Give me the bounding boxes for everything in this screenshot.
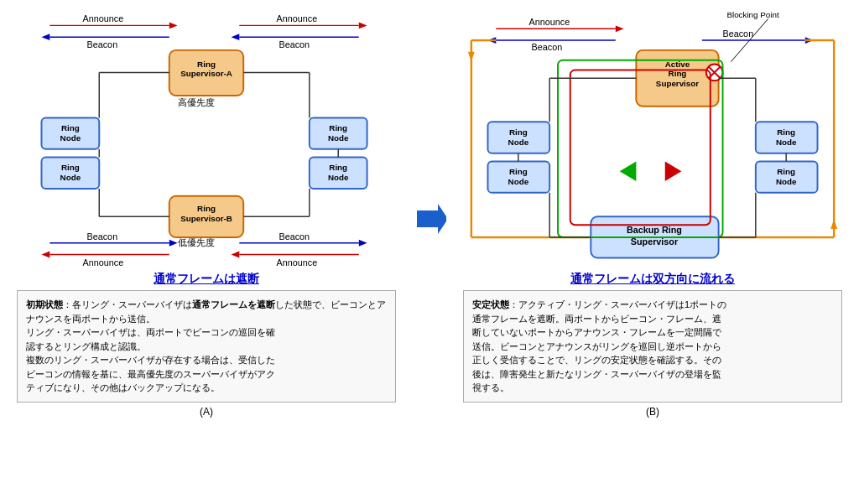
svg-marker-33	[41, 252, 49, 258]
svg-marker-54	[417, 204, 446, 234]
diagram-a-svg: Announce Announce Beacon Beacon Ring Sup…	[17, 8, 396, 268]
right-arrow-svg	[413, 202, 446, 236]
diagram-a-label: (A)	[200, 406, 213, 418]
diagram-a-desc: 初期状態：各リング・スーパーバイザは通常フレームを遮断した状態で、ビーコンとアナ…	[17, 290, 396, 403]
svg-marker-39	[359, 240, 367, 247]
diagram-b-label: (B)	[646, 406, 659, 418]
svg-text:Node: Node	[328, 133, 349, 143]
svg-text:Blocking Point: Blocking Point	[726, 10, 778, 19]
main-container: Announce Announce Beacon Beacon Ring Sup…	[0, 0, 859, 504]
svg-text:Node: Node	[328, 173, 349, 182]
between-arrow	[413, 8, 446, 496]
svg-marker-35	[231, 252, 239, 258]
svg-marker-5	[41, 34, 49, 40]
svg-text:Announce: Announce	[277, 257, 318, 268]
svg-marker-3	[359, 22, 367, 29]
diagram-a-desc-text2: した状態で、ビーコンとアナウンスを両ポートから送信。リング・スーパーバイザは、両…	[26, 299, 386, 392]
svg-text:Ring: Ring	[509, 167, 528, 176]
svg-text:Ring: Ring	[777, 127, 795, 137]
svg-text:Ring: Ring	[329, 163, 347, 172]
svg-text:Backup Ring: Backup Ring	[627, 225, 682, 235]
diagram-a-desc-bold2: 通常フレームを遮断	[192, 299, 275, 309]
diagram-b-title: 通常フレームは双方向に流れる	[570, 272, 735, 287]
svg-text:Ring: Ring	[197, 60, 216, 69]
diagram-b-section: Blocking Point Announce Beacon Beacon	[463, 8, 842, 496]
svg-text:Node: Node	[508, 177, 529, 186]
svg-marker-97	[620, 162, 637, 182]
svg-text:Beacon: Beacon	[87, 39, 118, 49]
diagrams-row: Announce Announce Beacon Beacon Ring Sup…	[17, 8, 842, 496]
svg-text:Announce: Announce	[83, 13, 124, 23]
svg-text:Node: Node	[508, 138, 529, 147]
diagram-b-desc-text: ：アクティブ・リング・スーパーバイザは1ポートの通常フレームを遮断。両ポートから…	[472, 299, 726, 392]
svg-marker-92	[468, 52, 475, 62]
svg-text:Supervisor-B: Supervisor-B	[180, 214, 232, 223]
svg-text:Ring: Ring	[61, 163, 80, 172]
svg-text:Announce: Announce	[83, 257, 124, 268]
svg-text:Node: Node	[776, 138, 797, 147]
diagram-b-canvas: Blocking Point Announce Beacon Beacon	[463, 8, 842, 268]
svg-marker-37	[169, 240, 178, 247]
diagram-b-desc-bold: 安定状態	[472, 299, 509, 309]
svg-text:Announce: Announce	[529, 17, 570, 27]
svg-marker-93	[830, 219, 837, 229]
diagram-b-desc: 安定状態：アクティブ・リング・スーパーバイザは1ポートの通常フレームを遮断。両ポ…	[463, 290, 842, 403]
diagram-b-svg: Blocking Point Announce Beacon Beacon	[463, 8, 842, 268]
svg-text:高優先度: 高優先度	[178, 97, 215, 107]
svg-text:Node: Node	[776, 177, 797, 186]
svg-text:Announce: Announce	[277, 13, 318, 23]
svg-marker-58	[616, 25, 624, 32]
svg-text:Node: Node	[60, 133, 81, 143]
svg-text:Beacon: Beacon	[279, 39, 310, 49]
svg-text:Ring: Ring	[197, 204, 216, 213]
svg-text:Node: Node	[60, 173, 81, 182]
diagram-a-desc-bold: 初期状態	[26, 299, 63, 309]
svg-text:Supervisor: Supervisor	[656, 79, 699, 88]
svg-text:Beacon: Beacon	[532, 42, 563, 52]
svg-marker-1	[169, 22, 178, 29]
diagram-a-section: Announce Announce Beacon Beacon Ring Sup…	[17, 8, 396, 496]
svg-text:Ring: Ring	[777, 167, 795, 176]
diagram-a-title: 通常フレームは遮断	[154, 272, 259, 287]
svg-text:Beacon: Beacon	[723, 29, 754, 39]
svg-text:Ring: Ring	[61, 123, 80, 132]
diagram-a-desc-text1: ：各リング・スーパーバイザは	[63, 299, 192, 309]
diagram-a-canvas: Announce Announce Beacon Beacon Ring Sup…	[17, 8, 396, 268]
svg-marker-7	[231, 34, 239, 40]
svg-text:Beacon: Beacon	[87, 231, 118, 242]
svg-text:Supervisor-A: Supervisor-A	[180, 69, 232, 78]
svg-text:Beacon: Beacon	[279, 231, 310, 242]
svg-text:低優先度: 低優先度	[178, 237, 215, 247]
svg-text:Ring: Ring	[509, 127, 528, 137]
svg-marker-99	[665, 162, 682, 182]
svg-text:Ring: Ring	[329, 123, 347, 132]
